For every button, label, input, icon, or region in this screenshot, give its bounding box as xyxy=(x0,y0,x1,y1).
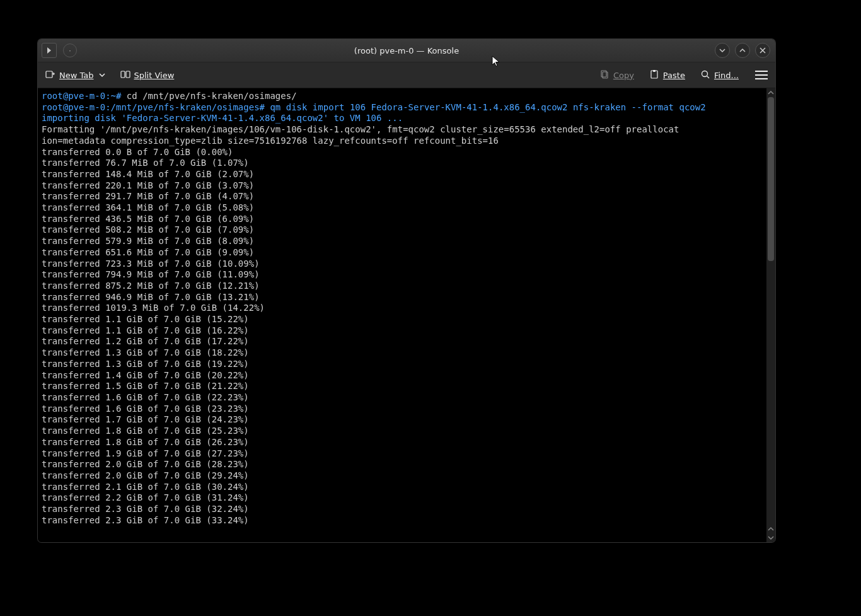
svg-rect-2 xyxy=(126,71,130,78)
paste-button[interactable]: Paste xyxy=(647,67,688,84)
svg-rect-0 xyxy=(46,71,52,78)
scroll-up-lower-icon[interactable] xyxy=(766,525,775,533)
hamburger-menu[interactable] xyxy=(751,68,770,82)
svg-rect-6 xyxy=(653,70,656,72)
paste-label: Paste xyxy=(663,71,685,80)
terminal-output[interactable]: root@pve-m-0:~# cd /mnt/pve/nfs-kraken/o… xyxy=(38,88,766,542)
find-label: Find... xyxy=(714,71,739,80)
toolbar: New Tab Split View Copy xyxy=(38,62,775,88)
find-button[interactable]: Find... xyxy=(698,67,741,84)
search-icon xyxy=(700,69,710,81)
terminal-area: root@pve-m-0:~# cd /mnt/pve/nfs-kraken/o… xyxy=(38,88,775,542)
konsole-window: · (root) pve-m-0 — Konsole New Tab xyxy=(38,39,775,542)
copy-icon xyxy=(599,69,610,81)
copy-label: Copy xyxy=(613,71,634,80)
minimize-button[interactable] xyxy=(715,43,730,58)
new-tab-button[interactable]: New Tab xyxy=(43,67,108,84)
svg-rect-1 xyxy=(121,71,125,78)
maximize-button[interactable] xyxy=(735,43,750,58)
scroll-down-icon[interactable] xyxy=(766,533,775,542)
titlebar: · (root) pve-m-0 — Konsole xyxy=(38,39,775,62)
new-tab-label: New Tab xyxy=(59,71,94,80)
scrollbar[interactable] xyxy=(766,88,775,542)
split-view-button[interactable]: Split View xyxy=(118,67,177,84)
nav-forward-button[interactable] xyxy=(42,43,57,58)
scrollbar-thumb[interactable] xyxy=(768,97,774,261)
window-title: (root) pve-m-0 — Konsole xyxy=(38,46,775,55)
svg-point-7 xyxy=(702,71,707,76)
new-tab-icon xyxy=(45,69,55,81)
hamburger-icon xyxy=(755,71,768,79)
paste-icon xyxy=(649,69,659,81)
close-button[interactable] xyxy=(755,43,770,58)
split-view-label: Split View xyxy=(134,71,175,80)
session-indicator[interactable]: · xyxy=(63,44,77,57)
split-view-icon xyxy=(120,69,130,81)
chevron-down-icon xyxy=(99,71,105,80)
copy-button[interactable]: Copy xyxy=(597,67,637,84)
scroll-up-icon[interactable] xyxy=(766,88,775,97)
